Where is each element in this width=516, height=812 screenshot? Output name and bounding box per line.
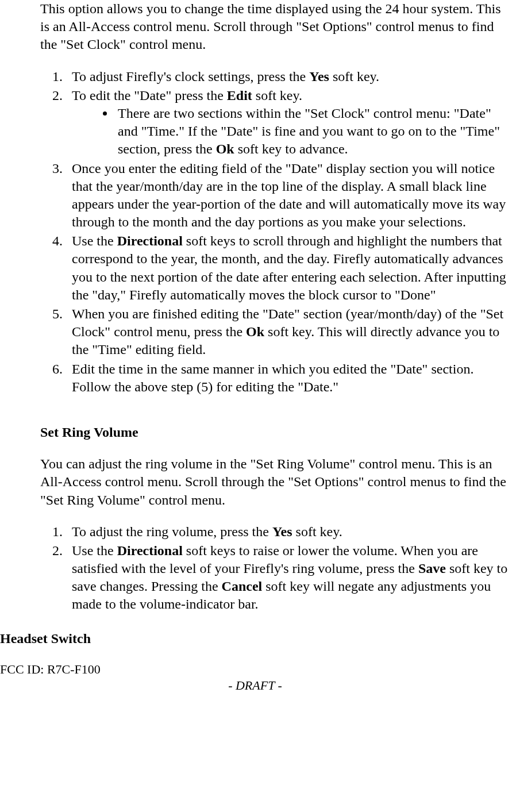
text: soft key to advance. [234, 141, 348, 156]
sub-list: There are two sections within the "Set C… [72, 105, 510, 159]
list-item: Use the Directional soft keys to scroll … [66, 232, 510, 304]
instruction-list-2: To adjust the ring volume, press the Yes… [40, 523, 510, 614]
text: To adjust Firefly's clock settings, pres… [72, 69, 309, 84]
bold-key: Edit [227, 88, 252, 103]
list-item: Edit the time in the same manner in whic… [66, 360, 510, 396]
bold-key: Ok [216, 141, 234, 156]
intro-paragraph-2: You can adjust the ring volume in the "S… [40, 455, 510, 509]
bold-key: Yes [309, 69, 329, 84]
list-item: Once you enter the editing field of the … [66, 160, 510, 232]
list-item: When you are finished editing the "Date"… [66, 305, 510, 359]
text: soft key. [252, 88, 302, 103]
bold-key: Ok [246, 324, 264, 339]
intro-paragraph-1: This option allows you to change the tim… [40, 0, 510, 54]
text: Use the [72, 543, 117, 558]
text: Use the [72, 233, 117, 248]
bold-key: Directional [117, 233, 183, 248]
text: soft key. [292, 524, 342, 539]
section-heading-headset-switch: Headset Switch [0, 630, 510, 648]
list-item: There are two sections within the "Set C… [115, 105, 510, 159]
list-item: To adjust Firefly's clock settings, pres… [66, 68, 510, 86]
list-item: Use the Directional soft keys to raise o… [66, 542, 510, 614]
draft-label: - DRAFT - [0, 678, 510, 694]
fcc-id: FCC ID: R7C-F100 [0, 661, 510, 678]
text: To adjust the ring volume, press the [72, 524, 272, 539]
text: To edit the "Date" press the [72, 88, 227, 103]
bold-key: Cancel [222, 579, 263, 594]
bold-key: Directional [117, 543, 183, 558]
bold-key: Yes [272, 524, 292, 539]
instruction-list-1: To adjust Firefly's clock settings, pres… [40, 68, 510, 396]
text: soft key. [329, 69, 379, 84]
list-item: To adjust the ring volume, press the Yes… [66, 523, 510, 541]
section-heading-ring-volume: Set Ring Volume [40, 424, 510, 441]
bold-key: Save [418, 561, 446, 576]
list-item: To edit the "Date" press the Edit soft k… [66, 87, 510, 159]
